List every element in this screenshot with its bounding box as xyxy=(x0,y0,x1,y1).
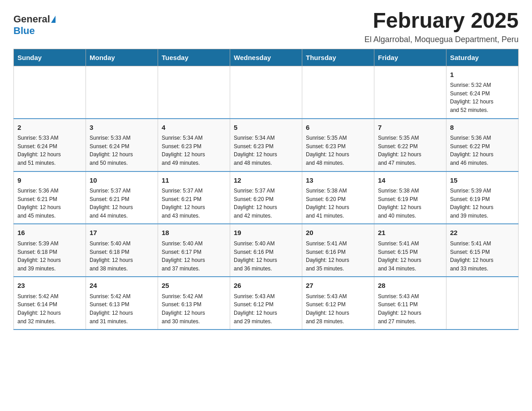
day-info: Sunrise: 5:35 AM Sunset: 6:23 PM Dayligh… xyxy=(306,134,370,167)
header-tuesday: Tuesday xyxy=(158,49,230,66)
day-info: Sunrise: 5:36 AM Sunset: 6:21 PM Dayligh… xyxy=(17,187,82,220)
day-number: 13 xyxy=(306,176,370,186)
calendar-week-row: 2Sunrise: 5:33 AM Sunset: 6:24 PM Daylig… xyxy=(14,119,519,171)
logo-triangle-icon xyxy=(51,16,56,23)
logo: General Blue xyxy=(13,13,56,37)
day-info: Sunrise: 5:37 AM Sunset: 6:21 PM Dayligh… xyxy=(162,187,226,220)
calendar-cell: 21Sunrise: 5:41 AM Sunset: 6:15 PM Dayli… xyxy=(374,224,446,277)
header-thursday: Thursday xyxy=(302,49,374,66)
calendar-cell xyxy=(86,66,158,118)
calendar-cell: 23Sunrise: 5:42 AM Sunset: 6:14 PM Dayli… xyxy=(14,277,86,330)
day-number: 27 xyxy=(306,281,370,291)
calendar-cell xyxy=(230,66,302,118)
logo-general-text: General xyxy=(13,13,50,25)
day-info: Sunrise: 5:42 AM Sunset: 6:13 PM Dayligh… xyxy=(162,292,226,325)
month-title: February 2025 xyxy=(365,9,519,33)
calendar-week-row: 23Sunrise: 5:42 AM Sunset: 6:14 PM Dayli… xyxy=(14,277,519,330)
day-number: 17 xyxy=(90,228,154,238)
calendar-cell: 6Sunrise: 5:35 AM Sunset: 6:23 PM Daylig… xyxy=(302,119,374,171)
calendar-cell: 26Sunrise: 5:43 AM Sunset: 6:12 PM Dayli… xyxy=(230,277,302,330)
calendar-cell xyxy=(158,66,230,118)
day-number: 6 xyxy=(306,123,370,133)
calendar-table: SundayMondayTuesdayWednesdayThursdayFrid… xyxy=(13,49,519,330)
calendar-cell xyxy=(302,66,374,118)
calendar-cell: 4Sunrise: 5:34 AM Sunset: 6:23 PM Daylig… xyxy=(158,119,230,171)
calendar-cell: 16Sunrise: 5:39 AM Sunset: 6:18 PM Dayli… xyxy=(14,224,86,277)
page-header: General Blue February 2025 El Algarrobal… xyxy=(13,9,519,44)
day-info: Sunrise: 5:35 AM Sunset: 6:22 PM Dayligh… xyxy=(378,134,442,167)
day-info: Sunrise: 5:41 AM Sunset: 6:15 PM Dayligh… xyxy=(378,240,442,273)
day-number: 16 xyxy=(17,228,82,238)
day-info: Sunrise: 5:42 AM Sunset: 6:13 PM Dayligh… xyxy=(90,292,154,325)
calendar-cell: 1Sunrise: 5:32 AM Sunset: 6:24 PM Daylig… xyxy=(446,66,519,118)
calendar-week-row: 1Sunrise: 5:32 AM Sunset: 6:24 PM Daylig… xyxy=(14,66,519,118)
calendar-cell: 14Sunrise: 5:38 AM Sunset: 6:19 PM Dayli… xyxy=(374,171,446,224)
calendar-week-row: 9Sunrise: 5:36 AM Sunset: 6:21 PM Daylig… xyxy=(14,171,519,224)
logo-blue-text: Blue xyxy=(13,25,35,37)
calendar-cell xyxy=(14,66,86,118)
day-info: Sunrise: 5:43 AM Sunset: 6:11 PM Dayligh… xyxy=(378,292,442,325)
day-info: Sunrise: 5:32 AM Sunset: 6:24 PM Dayligh… xyxy=(450,81,515,114)
day-number: 4 xyxy=(162,123,226,133)
day-info: Sunrise: 5:36 AM Sunset: 6:22 PM Dayligh… xyxy=(450,134,515,167)
calendar-week-row: 16Sunrise: 5:39 AM Sunset: 6:18 PM Dayli… xyxy=(14,224,519,277)
day-info: Sunrise: 5:39 AM Sunset: 6:19 PM Dayligh… xyxy=(450,187,515,220)
day-number: 23 xyxy=(17,281,82,291)
day-info: Sunrise: 5:43 AM Sunset: 6:12 PM Dayligh… xyxy=(306,292,370,325)
day-number: 12 xyxy=(234,176,298,186)
calendar-cell: 15Sunrise: 5:39 AM Sunset: 6:19 PM Dayli… xyxy=(446,171,519,224)
header-friday: Friday xyxy=(374,49,446,66)
day-info: Sunrise: 5:40 AM Sunset: 6:18 PM Dayligh… xyxy=(90,240,154,273)
day-info: Sunrise: 5:42 AM Sunset: 6:14 PM Dayligh… xyxy=(17,292,82,325)
calendar-header-row: SundayMondayTuesdayWednesdayThursdayFrid… xyxy=(14,49,519,66)
calendar-cell: 3Sunrise: 5:33 AM Sunset: 6:24 PM Daylig… xyxy=(86,119,158,171)
day-info: Sunrise: 5:34 AM Sunset: 6:23 PM Dayligh… xyxy=(162,134,226,167)
day-number: 8 xyxy=(450,123,515,133)
calendar-cell: 8Sunrise: 5:36 AM Sunset: 6:22 PM Daylig… xyxy=(446,119,519,171)
day-info: Sunrise: 5:41 AM Sunset: 6:16 PM Dayligh… xyxy=(306,240,370,273)
calendar-cell: 17Sunrise: 5:40 AM Sunset: 6:18 PM Dayli… xyxy=(86,224,158,277)
day-info: Sunrise: 5:38 AM Sunset: 6:19 PM Dayligh… xyxy=(378,187,442,220)
header-saturday: Saturday xyxy=(446,49,519,66)
calendar-cell: 27Sunrise: 5:43 AM Sunset: 6:12 PM Dayli… xyxy=(302,277,374,330)
calendar-cell: 25Sunrise: 5:42 AM Sunset: 6:13 PM Dayli… xyxy=(158,277,230,330)
calendar-cell: 28Sunrise: 5:43 AM Sunset: 6:11 PM Dayli… xyxy=(374,277,446,330)
title-area: February 2025 El Algarrobal, Moquegua De… xyxy=(365,9,519,44)
day-number: 14 xyxy=(378,176,442,186)
day-number: 25 xyxy=(162,281,226,291)
calendar-cell: 9Sunrise: 5:36 AM Sunset: 6:21 PM Daylig… xyxy=(14,171,86,224)
day-number: 11 xyxy=(162,176,226,186)
day-number: 20 xyxy=(306,228,370,238)
day-info: Sunrise: 5:34 AM Sunset: 6:23 PM Dayligh… xyxy=(234,134,298,167)
day-info: Sunrise: 5:43 AM Sunset: 6:12 PM Dayligh… xyxy=(234,292,298,325)
day-info: Sunrise: 5:33 AM Sunset: 6:24 PM Dayligh… xyxy=(90,134,154,167)
calendar-cell: 12Sunrise: 5:37 AM Sunset: 6:20 PM Dayli… xyxy=(230,171,302,224)
day-number: 2 xyxy=(17,123,82,133)
calendar-cell xyxy=(446,277,519,330)
day-info: Sunrise: 5:37 AM Sunset: 6:20 PM Dayligh… xyxy=(234,187,298,220)
calendar-cell: 11Sunrise: 5:37 AM Sunset: 6:21 PM Dayli… xyxy=(158,171,230,224)
calendar-cell: 20Sunrise: 5:41 AM Sunset: 6:16 PM Dayli… xyxy=(302,224,374,277)
day-number: 28 xyxy=(378,281,442,291)
header-sunday: Sunday xyxy=(14,49,86,66)
calendar-cell: 10Sunrise: 5:37 AM Sunset: 6:21 PM Dayli… xyxy=(86,171,158,224)
calendar-cell: 19Sunrise: 5:40 AM Sunset: 6:16 PM Dayli… xyxy=(230,224,302,277)
day-info: Sunrise: 5:41 AM Sunset: 6:15 PM Dayligh… xyxy=(450,240,515,273)
day-number: 21 xyxy=(378,228,442,238)
day-number: 22 xyxy=(450,228,515,238)
day-number: 15 xyxy=(450,176,515,186)
calendar-cell: 13Sunrise: 5:38 AM Sunset: 6:20 PM Dayli… xyxy=(302,171,374,224)
day-info: Sunrise: 5:40 AM Sunset: 6:17 PM Dayligh… xyxy=(162,240,226,273)
day-info: Sunrise: 5:39 AM Sunset: 6:18 PM Dayligh… xyxy=(17,240,82,273)
day-number: 24 xyxy=(90,281,154,291)
calendar-cell xyxy=(374,66,446,118)
day-info: Sunrise: 5:37 AM Sunset: 6:21 PM Dayligh… xyxy=(90,187,154,220)
header-monday: Monday xyxy=(86,49,158,66)
calendar-cell: 18Sunrise: 5:40 AM Sunset: 6:17 PM Dayli… xyxy=(158,224,230,277)
calendar-cell: 7Sunrise: 5:35 AM Sunset: 6:22 PM Daylig… xyxy=(374,119,446,171)
calendar-cell: 24Sunrise: 5:42 AM Sunset: 6:13 PM Dayli… xyxy=(86,277,158,330)
day-number: 5 xyxy=(234,123,298,133)
day-number: 18 xyxy=(162,228,226,238)
day-number: 7 xyxy=(378,123,442,133)
calendar-cell: 5Sunrise: 5:34 AM Sunset: 6:23 PM Daylig… xyxy=(230,119,302,171)
